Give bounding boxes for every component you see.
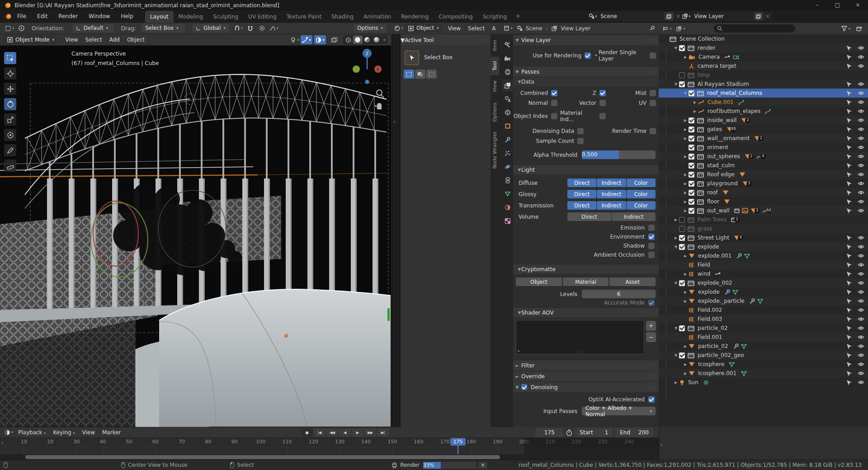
- hide-eye-icon[interactable]: [858, 81, 864, 87]
- select-toggle-icon[interactable]: [846, 208, 852, 214]
- cryptomatte-asset[interactable]: Asset: [609, 277, 656, 286]
- light-panel-header[interactable]: ▼Light: [513, 164, 659, 174]
- view-layer-selector[interactable]: ▾ View Layer ×: [681, 11, 773, 21]
- select-toggle-icon[interactable]: [846, 118, 852, 123]
- hide-eye-icon[interactable]: [858, 362, 864, 367]
- outliner-row-grass[interactable]: grass: [659, 224, 868, 233]
- sidebar-tab-item[interactable]: Item: [491, 35, 499, 56]
- timeline-scrollbar[interactable]: [0, 454, 659, 460]
- light-transmission-color[interactable]: Color: [627, 201, 656, 210]
- pass-mist[interactable]: Mist: [609, 90, 659, 96]
- snap-dropdown[interactable]: Global▾: [192, 24, 229, 33]
- select-toggle-icon[interactable]: [846, 235, 852, 241]
- hide-eye-icon[interactable]: [858, 325, 864, 331]
- view-layer-copy-button[interactable]: [754, 12, 763, 20]
- timeline-scrollbar-thumb[interactable]: [25, 455, 500, 459]
- pass-normal[interactable]: Normal: [513, 100, 560, 106]
- viewport-menu-add[interactable]: Add: [106, 37, 123, 43]
- select-toggle-icon[interactable]: [846, 262, 852, 268]
- pass-object-index[interactable]: Object Index: [513, 110, 560, 122]
- outliner-row-gates[interactable]: ▶gates49: [659, 125, 868, 134]
- tool-scale[interactable]: [4, 113, 16, 126]
- visibility-checkbox[interactable]: [679, 226, 685, 232]
- drag-dropdown[interactable]: Select Box▾: [142, 24, 185, 33]
- outliner-row-roof[interactable]: ▶roof: [659, 188, 868, 197]
- outliner-row-field[interactable]: Field: [659, 260, 868, 269]
- hide-eye-icon[interactable]: [858, 316, 864, 322]
- outliner-row-floor[interactable]: ▶floor: [659, 197, 868, 206]
- shading-solid-button[interactable]: [353, 36, 363, 44]
- shading-dropdown[interactable]: ▾: [382, 38, 387, 42]
- shader-aov-panel-header[interactable]: ▼Shader AOV: [513, 307, 659, 317]
- play-button[interactable]: ▶: [352, 428, 363, 437]
- light-ambient-occlusion[interactable]: Ambient Occlusion: [513, 250, 659, 259]
- outliner-row-oriment[interactable]: oriment: [659, 143, 868, 152]
- hide-eye-icon[interactable]: [858, 190, 864, 195]
- visibility-checkbox[interactable]: [689, 190, 694, 196]
- properties-tab-view-layer[interactable]: [502, 80, 513, 91]
- shader-aov-list[interactable]: ▸ ::::: [516, 320, 644, 354]
- visibility-checkbox[interactable]: [689, 199, 694, 205]
- outliner-row-field-001[interactable]: Field.001: [659, 333, 868, 342]
- hide-eye-icon[interactable]: [858, 136, 864, 141]
- cryptomatte-material[interactable]: Material: [563, 277, 609, 286]
- hide-eye-icon[interactable]: [858, 181, 864, 186]
- timeline-menu-marker[interactable]: Marker: [99, 429, 124, 436]
- light-diffuse-indirect[interactable]: Indirect: [597, 179, 626, 187]
- workspace-tab-sculpting[interactable]: Sculpting: [208, 11, 243, 23]
- select-toggle-icon[interactable]: [846, 289, 852, 295]
- workspace-tab-scripting[interactable]: Scripting: [478, 11, 512, 23]
- visibility-checkbox[interactable]: [679, 72, 685, 78]
- rec-button[interactable]: ●: [301, 428, 313, 437]
- properties-tab-world[interactable]: [502, 107, 513, 118]
- render-cancel-button[interactable]: ×: [478, 462, 487, 469]
- show-overlays-toggle[interactable]: ▾: [314, 35, 326, 44]
- options-dropdown[interactable]: Options▾: [354, 24, 387, 33]
- denoising-enable-checkbox[interactable]: [521, 384, 527, 390]
- pass-uv[interactable]: UV: [609, 100, 659, 106]
- timeline-menu-keying[interactable]: Keying ▾: [49, 429, 78, 436]
- jump-start-button[interactable]: |◀: [314, 428, 326, 437]
- select-mode-extend[interactable]: [415, 70, 425, 79]
- playhead-frame-label[interactable]: 175: [450, 438, 466, 446]
- view-layer-panel-header[interactable]: ▼View Layer::::: [513, 34, 659, 45]
- orientation-icon[interactable]: [15, 24, 27, 33]
- workspace-tab-layout[interactable]: Layout: [145, 11, 174, 23]
- select-toggle-icon[interactable]: [846, 154, 852, 160]
- visibility-checkbox[interactable]: [679, 81, 685, 87]
- menu-edit[interactable]: Edit: [32, 10, 53, 22]
- hide-eye-icon[interactable]: [858, 163, 864, 168]
- pass-sample-count[interactable]: Sample Count: [513, 138, 586, 144]
- pass-render-time[interactable]: Render Time: [586, 128, 659, 134]
- outliner-row-camera[interactable]: ▶Camera: [659, 52, 868, 61]
- workspace-tab-rendering[interactable]: Rendering: [396, 11, 434, 23]
- hide-eye-icon[interactable]: [858, 108, 864, 114]
- hide-eye-icon[interactable]: [858, 271, 864, 277]
- magnet-icon[interactable]: [245, 24, 256, 33]
- optix-checkbox[interactable]: [648, 396, 655, 403]
- hide-eye-icon[interactable]: [858, 54, 864, 60]
- light-volume-direct[interactable]: Direct: [567, 212, 611, 221]
- light-transmission-direct[interactable]: Direct: [567, 201, 596, 210]
- orientation-dropdown[interactable]: Default▾: [72, 24, 114, 33]
- tool-select-box[interactable]: [4, 52, 16, 64]
- timeline-menu-view[interactable]: View: [79, 429, 99, 436]
- end-frame-field[interactable]: End200: [615, 428, 653, 437]
- hide-eye-icon[interactable]: [858, 307, 864, 313]
- properties-tab-material[interactable]: [502, 202, 513, 213]
- hide-eye-icon[interactable]: [858, 199, 864, 204]
- select-mode-new[interactable]: [404, 70, 414, 79]
- light-emission[interactable]: Emission: [513, 223, 659, 232]
- shading-rendered-button[interactable]: [372, 36, 382, 44]
- visibility-checkbox[interactable]: [679, 217, 685, 223]
- select-toggle-icon[interactable]: [846, 63, 852, 69]
- filter-objects-icon[interactable]: ▾: [675, 24, 687, 33]
- start-frame-field[interactable]: Start1: [575, 428, 613, 437]
- light-transmission-indirect[interactable]: Indirect: [597, 201, 626, 210]
- tool-measure[interactable]: [4, 160, 16, 172]
- visibility-checkbox[interactable]: [689, 208, 694, 214]
- select-toggle-icon[interactable]: [846, 244, 852, 250]
- prev-keyframe-button[interactable]: ◀◀: [326, 428, 338, 437]
- data-subpanel-header[interactable]: ▼Data: [513, 77, 659, 86]
- select-toggle-icon[interactable]: [846, 362, 852, 367]
